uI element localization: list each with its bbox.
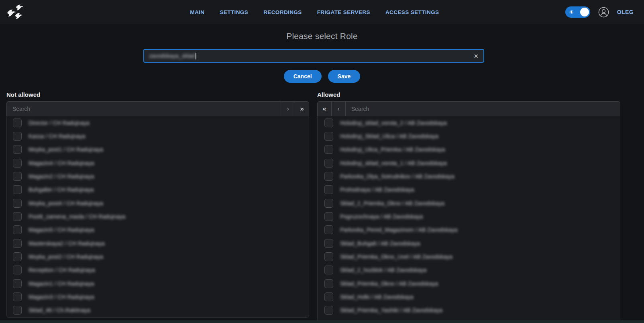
item-checkbox[interactable]	[324, 159, 333, 168]
item-checkbox[interactable]	[13, 159, 22, 168]
item-checkbox[interactable]	[324, 132, 333, 141]
list-item-label: Masterskaya2 / CH Radujnaya	[29, 240, 105, 247]
not-allowed-title: Not allowed	[6, 91, 40, 98]
item-checkbox[interactable]	[13, 212, 22, 221]
username-label[interactable]: OLEG	[617, 9, 634, 15]
item-checkbox[interactable]	[13, 292, 22, 301]
item-checkbox[interactable]	[324, 266, 333, 274]
item-checkbox[interactable]	[324, 119, 333, 127]
list-item-label: Magazin4 / CH Radujnaya	[29, 160, 94, 166]
list-item-label: Sklad_46 / Ch.Rakitnaya	[29, 307, 90, 313]
list-item[interactable]: Sklad_Buhgalt / AB Zavodskaya	[318, 237, 620, 250]
move-selected-right-button[interactable]: ›	[281, 102, 295, 116]
item-checkbox[interactable]	[324, 199, 333, 208]
user-account-icon[interactable]	[598, 7, 609, 18]
item-checkbox[interactable]	[13, 279, 22, 288]
item-checkbox[interactable]	[13, 225, 22, 234]
list-item[interactable]: Moyka_post2 / CH Radujnaya	[7, 250, 309, 263]
list-item-label: Parkovka_Pered_Magazinom / AB Zavodskaya	[340, 227, 458, 233]
move-selected-left-button[interactable]: ‹	[332, 102, 346, 116]
save-button[interactable]: Save	[328, 70, 361, 83]
list-item[interactable]: Magazin5 / CH Radujnaya	[7, 223, 309, 237]
theme-toggle[interactable]: ☀	[565, 6, 590, 18]
not-allowed-panel: › » Director / CH Radujnaya Kassa / CH R…	[6, 101, 309, 318]
list-item[interactable]: Holodnyj_sklad_vorota_2 / AB Zavodskaya	[318, 116, 620, 129]
item-checkbox[interactable]	[13, 172, 22, 181]
allowed-search-input[interactable]	[346, 102, 620, 116]
list-item-label: Magazin2 / CH Radujnaya	[29, 173, 94, 180]
list-item[interactable]: Sklad_Holki / AB Zavodskaya	[318, 290, 620, 303]
list-item-label: Pogruzochnaya / AB Zavodskaya	[340, 213, 423, 220]
list-item-label: Sklad_Priemka_Okno_Uvel / AB Zavodskaya	[340, 253, 452, 260]
item-checkbox[interactable]	[324, 279, 333, 288]
list-item[interactable]: Buhgalter / CH Radujnaya	[7, 183, 309, 196]
list-item[interactable]: Sklad_Priemka_Yashiki / AB Zavodskaya	[318, 304, 620, 317]
list-item[interactable]: Sklad_Priemka_Okno_Uvel / AB Zavodskaya	[318, 250, 620, 263]
item-checkbox[interactable]	[324, 306, 333, 315]
nav-item-frigate-servers[interactable]: FRIGATE SERVERS	[317, 9, 370, 15]
nav-item-settings[interactable]: SETTINGS	[220, 9, 248, 15]
item-checkbox[interactable]	[13, 252, 22, 261]
list-item[interactable]: Moyka_post4 / CH Radujnaya	[7, 196, 309, 210]
list-item[interactable]: Masterskaya2 / CH Radujnaya	[7, 237, 309, 250]
cancel-button[interactable]: Cancel	[284, 70, 322, 83]
list-item-label: Sklad_2_hozblok / AB Zavodskaya	[340, 267, 427, 273]
item-checkbox[interactable]	[324, 212, 333, 221]
list-item[interactable]: Sklad_2_Priemka_Okno / AB Zavodskaya	[318, 196, 620, 210]
item-checkbox[interactable]	[324, 185, 333, 194]
list-item-label: Holodnyj_Sklad_Ulica / AB Zavodskaya	[340, 133, 438, 139]
not-allowed-list: Director / CH Radujnaya Kassa / CH Raduj…	[6, 116, 309, 318]
allowed-list: Holodnyj_sklad_vorota_2 / AB Zavodskaya …	[317, 116, 620, 323]
item-checkbox[interactable]	[324, 292, 333, 301]
list-item[interactable]: Holodnyj_Sklad_Ulica / AB Zavodskaya	[318, 129, 620, 143]
nav-item-access-settings[interactable]: ACCESS SETTINGS	[385, 9, 439, 15]
item-checkbox[interactable]	[13, 306, 22, 315]
list-item[interactable]: Sklad_46 / Ch.Rakitnaya	[7, 304, 309, 317]
list-item-label: Magazin5 / CH Radujnaya	[29, 227, 94, 233]
move-all-right-button[interactable]: »	[295, 102, 309, 116]
list-item[interactable]: Magazin4 / CH Radujnaya	[7, 156, 309, 170]
item-checkbox[interactable]	[13, 266, 22, 274]
item-checkbox[interactable]	[13, 119, 22, 127]
list-item[interactable]: Magazin2 / CH Radujnaya	[7, 170, 309, 183]
list-item-label: Sklad_2_Priemka_Okno / AB Zavodskaya	[340, 200, 444, 206]
list-item[interactable]: Parkovka_Dlya_Sotrudnikov / AB Zavodskay…	[318, 170, 620, 183]
horizontal-scrollbar[interactable]	[0, 320, 644, 323]
list-item[interactable]: Director / CH Radujnaya	[7, 116, 309, 129]
role-input[interactable]: zavodskaya_sklad ✕	[143, 49, 484, 63]
item-checkbox[interactable]	[13, 132, 22, 141]
item-checkbox[interactable]	[324, 172, 333, 181]
clear-input-icon[interactable]: ✕	[473, 53, 479, 59]
item-checkbox[interactable]	[13, 185, 22, 194]
list-item[interactable]: Reception / CH Radujnaya	[7, 264, 309, 277]
list-item-label: Sklad_Buhgalt / AB Zavodskaya	[340, 240, 420, 247]
not-allowed-search-input[interactable]	[7, 102, 281, 116]
item-checkbox[interactable]	[324, 252, 333, 261]
action-buttons: Cancel Save	[0, 70, 644, 83]
list-item[interactable]: Pogruzochnaya / AB Zavodskaya	[318, 210, 620, 223]
frigate-logo-icon[interactable]	[5, 2, 24, 22]
list-item[interactable]: Kassa / CH Radujnaya	[7, 129, 309, 143]
item-checkbox[interactable]	[324, 145, 333, 154]
nav-item-main[interactable]: MAIN	[190, 9, 204, 15]
item-checkbox[interactable]	[13, 239, 22, 248]
item-checkbox[interactable]	[324, 239, 333, 248]
list-item[interactable]: Parkovka_Pered_Magazinom / AB Zavodskaya	[318, 223, 620, 237]
list-item[interactable]: Sklad_Priemka_Okno / AB Zavodskaya	[318, 277, 620, 290]
list-item[interactable]: Magazin3 / CH Radujnaya	[7, 290, 309, 303]
move-all-left-button[interactable]: «	[318, 102, 332, 116]
list-item[interactable]: Prohodnaya / AB Zavodskaya	[318, 183, 620, 196]
item-checkbox[interactable]	[324, 225, 333, 234]
item-checkbox[interactable]	[13, 199, 22, 208]
toggle-knob[interactable]	[580, 8, 589, 16]
list-item[interactable]: Moyka_post1 / CH Radujnaya	[7, 143, 309, 156]
nav-item-recordings[interactable]: RECORDINGS	[263, 9, 302, 15]
list-item[interactable]: Holodnyj_sklad_vorota_1 / AB Zavodskaya	[318, 156, 620, 170]
list-item[interactable]: Holodnyj_Ulica_Priemka / AB Zavodskaya	[318, 143, 620, 156]
item-checkbox[interactable]	[13, 145, 22, 154]
list-item[interactable]: Post6_zamena_masla / CH Radujnaya	[7, 210, 309, 223]
list-item[interactable]: Magazin1 / CH Radujnaya	[7, 277, 309, 290]
list-item-label: Sklad_Holki / AB Zavodskaya	[340, 294, 414, 300]
list-item[interactable]: Sklad_2_hozblok / AB Zavodskaya	[318, 264, 620, 277]
text-caret	[196, 53, 196, 59]
